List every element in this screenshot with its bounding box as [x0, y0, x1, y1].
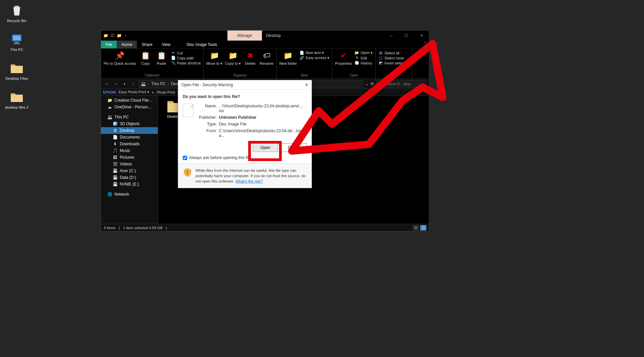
open-file-button[interactable]: Open [253, 143, 278, 152]
qat-folder-icon[interactable]: 📁 [116, 33, 122, 38]
desktop-icon-label: Desktop FIles [5, 76, 28, 81]
svg-rect-0 [15, 6, 19, 7]
pin-quick-access-button[interactable]: 📌Pin to Quick access [104, 51, 136, 65]
details-view-button[interactable]: ≡ [413, 225, 419, 231]
new-item-icon: 📄 [300, 51, 304, 55]
from-value: C:\Users\Vince\Desktop\ubuntu-23.04-de…t… [219, 129, 307, 138]
qat-checkbox-icon[interactable]: ☑ [110, 33, 115, 38]
copy-path-button[interactable]: 📄Copy path [171, 56, 201, 60]
up-button[interactable]: ↑ [130, 82, 137, 86]
move-to-icon: 📁 [210, 51, 219, 61]
select-none-button[interactable]: ▢Select none [378, 56, 409, 60]
ribbon-tab-home[interactable]: Home [117, 41, 137, 48]
sidebar-item-label: Pictures [120, 155, 134, 160]
rename-icon: 🏷 [263, 51, 270, 61]
edit-icon: ✎ [355, 56, 359, 60]
folder-icon [10, 90, 24, 104]
rename-button[interactable]: 🏷Rename [260, 51, 274, 65]
paste-icon: 📋 [157, 51, 166, 61]
sidebar-item-icon: ☁ [107, 105, 112, 109]
copy-button[interactable]: 📋Copy [139, 51, 152, 65]
icons-view-button[interactable]: ◫ [420, 225, 426, 231]
sidebar-item-network[interactable]: 🌐Network [101, 191, 158, 198]
sidebar-item-label: Documents [120, 135, 140, 140]
new-folder-button[interactable]: 📁New folder [279, 51, 297, 65]
type-value: Disc Image File [219, 122, 307, 126]
history-icon: 🕒 [355, 61, 359, 65]
warning-text: While files from the Internet can be use… [196, 168, 307, 184]
ribbon-tab-share[interactable]: Share [137, 41, 157, 48]
photo-print-icon: ● [152, 90, 154, 94]
sidebar-item-pictures[interactable]: 🖼Pictures [101, 154, 158, 161]
sidebar-item-icon: 🖥 [112, 128, 118, 133]
easy-access-button[interactable]: 🔗Easy access ▾ [300, 56, 329, 60]
desktop-icon-label: Recycle Bin [7, 19, 26, 23]
sidebar-item-icon: 🌐 [107, 192, 112, 197]
qat-dropdown-icon[interactable]: ▾ [123, 33, 128, 38]
select-all-button[interactable]: ▦Select all [378, 51, 409, 55]
minimize-button[interactable]: ─ [384, 31, 399, 41]
collapse-ribbon-icon[interactable]: ⌃ [424, 41, 427, 46]
ribbon-tab-file[interactable]: File [101, 41, 117, 48]
whats-the-risk-link[interactable]: What's the risk? [235, 179, 263, 183]
recent-button[interactable]: ▾ [121, 82, 128, 86]
cancel-button[interactable]: Cancel [281, 143, 307, 152]
sidebar-item-creative-cloud-file-[interactable]: 📁Creative Cloud File… [101, 97, 158, 104]
back-button[interactable]: ← [104, 82, 110, 86]
cut-button[interactable]: ✂Cut [171, 51, 201, 55]
history-button[interactable]: 🕒History [355, 61, 373, 65]
paste-button[interactable]: 📋Paste [155, 51, 168, 65]
desktop-icon-folder-1[interactable]: Desktop FIles [3, 61, 30, 81]
desktop-icon-label: desktop files 2 [5, 105, 29, 109]
sidebar-item-music[interactable]: 🎵Music [101, 147, 158, 154]
sidebar-item-videos[interactable]: 🎬Videos [101, 161, 158, 167]
always-ask-checkbox[interactable]: Always ask before opening this file [183, 155, 307, 160]
desktop-icon-recycle-bin[interactable]: Recycle Bin [3, 3, 30, 23]
search-icon: 🔍 [378, 82, 383, 86]
sidebar-item-this-pc[interactable]: 💻This PC [101, 114, 158, 120]
name-label: Name: [197, 104, 217, 113]
new-item-button[interactable]: 📄New item ▾ [300, 51, 329, 55]
cut-icon: ✂ [171, 51, 176, 55]
sidebar-item-documents[interactable]: 📄Documents [101, 134, 158, 141]
paste-shortcut-button[interactable]: 📎Paste shortcut [171, 61, 201, 65]
open-button[interactable]: 📂Open ▾ [355, 51, 373, 55]
manage-tab[interactable]: Manage [227, 31, 262, 41]
recycle-bin-icon [10, 3, 24, 17]
easy-photo-print-button[interactable]: Easy Photo Print ▾ [119, 90, 149, 94]
sidebar-item-data-d-[interactable]: 💾Data (D:) [101, 174, 158, 181]
address-dropdown-icon[interactable]: ⌄ [365, 82, 369, 86]
open-group-label: Open [335, 73, 373, 78]
sidebar-item-icon: 🖼 [112, 155, 118, 160]
sidebar-item-desktop[interactable]: 🖥Desktop [101, 127, 158, 134]
clipboard-group-label: Clipboard [104, 73, 201, 78]
desktop-icon-this-pc[interactable]: This PC [3, 32, 30, 52]
sidebar-item-downloads[interactable]: ⬇Downloads [101, 141, 158, 147]
photo-print-button[interactable]: Photo Print [157, 90, 175, 94]
close-button[interactable]: ✕ [414, 31, 429, 41]
breadcrumb-root[interactable]: This PC [151, 82, 166, 86]
properties-button[interactable]: ✔Properties [335, 51, 352, 65]
search-input[interactable]: 🔍 Search D…ktop [376, 80, 426, 88]
forward-button[interactable]: → [112, 82, 119, 86]
delete-button[interactable]: ✖Delete [244, 51, 257, 65]
sidebar-item-onedrive-person-[interactable]: ☁OneDrive - Person… [101, 104, 158, 110]
status-selected: 1 item selected 4.59 GB [123, 226, 162, 230]
edit-button[interactable]: ✎Edit [355, 56, 373, 60]
ribbon-tab-disc-image[interactable]: Disc Image Tools [182, 41, 222, 48]
always-ask-checkbox-input[interactable] [183, 156, 187, 160]
sidebar-item-3d-objects[interactable]: 🧊3D Objects [101, 120, 158, 127]
properties-icon: ✔ [340, 51, 346, 61]
sidebar-item-nvme-e-[interactable]: 💾NVME (E:) [101, 181, 158, 188]
invert-selection-button[interactable]: ◩Invert selection [378, 61, 409, 65]
ribbon-tab-view[interactable]: View [157, 41, 175, 48]
titlebar: 📁 ☑ 📁 ▾ Manage Desktop ─ ☐ ✕ [101, 31, 429, 41]
move-to-button[interactable]: 📁Move to ▾ [206, 51, 222, 66]
copy-to-button[interactable]: 📁Copy to ▾ [225, 51, 241, 66]
desktop-icon-folder-2[interactable]: desktop files 2 [3, 90, 30, 109]
dialog-close-button[interactable]: ✕ [305, 83, 308, 87]
sidebar-item-acer-c-[interactable]: 💾Acer (C:) [101, 167, 158, 174]
sidebar-item-label: NVME (E:) [120, 182, 139, 187]
maximize-button[interactable]: ☐ [399, 31, 414, 41]
refresh-icon[interactable]: ⟳ [371, 82, 374, 86]
